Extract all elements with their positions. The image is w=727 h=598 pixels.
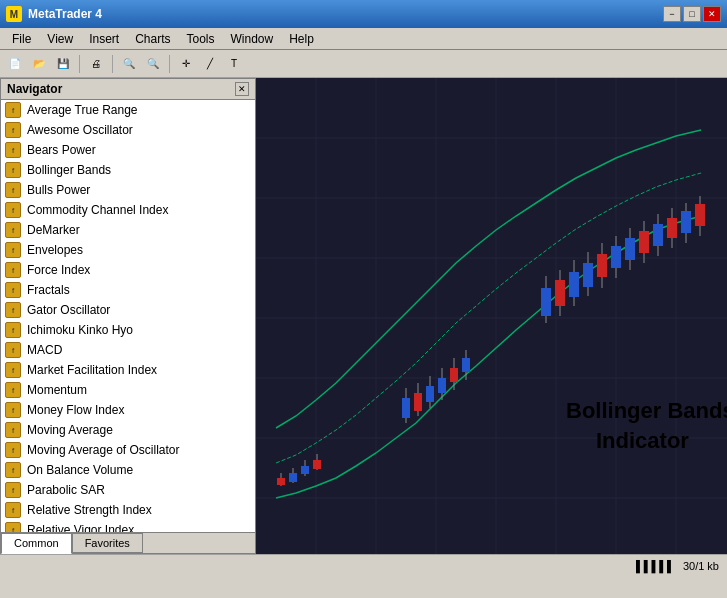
- nav-item[interactable]: fMarket Facilitation Index: [1, 360, 255, 380]
- nav-item[interactable]: fBears Power: [1, 140, 255, 160]
- status-left: [8, 558, 19, 573]
- navigator-header: Navigator ✕: [1, 79, 255, 100]
- maximize-button[interactable]: □: [683, 6, 701, 22]
- indicator-icon: f: [5, 222, 21, 238]
- nav-item[interactable]: fCommodity Channel Index: [1, 200, 255, 220]
- nav-item[interactable]: fDeMarker: [1, 220, 255, 240]
- indicator-icon: f: [5, 162, 21, 178]
- close-button[interactable]: ✕: [703, 6, 721, 22]
- indicator-icon: f: [5, 102, 21, 118]
- menu-view[interactable]: View: [39, 30, 81, 48]
- indicator-label: Commodity Channel Index: [27, 203, 168, 217]
- indicator-label: Relative Strength Index: [27, 503, 152, 517]
- indicator-icon: f: [5, 502, 21, 518]
- indicator-icon: f: [5, 402, 21, 418]
- svg-text:Bollinger Bands: Bollinger Bands: [566, 398, 727, 423]
- indicator-icon: f: [5, 482, 21, 498]
- nav-item[interactable]: fMoving Average of Oscillator: [1, 440, 255, 460]
- navigator-panel: Navigator ✕ fAverage True RangefAwesome …: [0, 78, 256, 554]
- indicator-label: Money Flow Index: [27, 403, 124, 417]
- indicator-label: Parabolic SAR: [27, 483, 105, 497]
- svg-rect-18: [289, 473, 297, 482]
- chart-area[interactable]: Bollinger Bands Indicator: [256, 78, 727, 554]
- indicator-label: Gator Oscillator: [27, 303, 110, 317]
- indicator-label: Bulls Power: [27, 183, 90, 197]
- nav-item[interactable]: fBollinger Bands: [1, 160, 255, 180]
- title-bar-buttons: − □ ✕: [663, 6, 721, 22]
- navigator-tabs: Common Favorites: [1, 532, 255, 553]
- indicator-icon: f: [5, 442, 21, 458]
- nav-item[interactable]: fMomentum: [1, 380, 255, 400]
- toolbar: 📄 📂 💾 🖨 🔍 🔍 ✛ ╱ T: [0, 50, 727, 78]
- tab-favorites[interactable]: Favorites: [72, 533, 143, 553]
- toolbar-line[interactable]: ╱: [199, 53, 221, 75]
- toolbar-sep-1: [79, 55, 80, 73]
- svg-rect-44: [597, 254, 607, 277]
- toolbar-zoom-in[interactable]: 🔍: [118, 53, 140, 75]
- toolbar-save[interactable]: 💾: [52, 53, 74, 75]
- nav-item[interactable]: fRelative Vigor Index: [1, 520, 255, 532]
- chart-svg: Bollinger Bands Indicator: [256, 78, 727, 554]
- toolbar-crosshair[interactable]: ✛: [175, 53, 197, 75]
- nav-item[interactable]: fBulls Power: [1, 180, 255, 200]
- indicator-label: Fractals: [27, 283, 70, 297]
- status-tabs: [8, 558, 19, 573]
- toolbar-sep-2: [112, 55, 113, 73]
- indicator-icon: f: [5, 142, 21, 158]
- indicator-icon: f: [5, 382, 21, 398]
- menu-help[interactable]: Help: [281, 30, 322, 48]
- nav-item[interactable]: fOn Balance Volume: [1, 460, 255, 480]
- toolbar-sep-3: [169, 55, 170, 73]
- main-content: Navigator ✕ fAverage True RangefAwesome …: [0, 78, 727, 554]
- status-indicator: ▌▌▌▌▌: [636, 560, 675, 572]
- toolbar-zoom-out[interactable]: 🔍: [142, 53, 164, 75]
- nav-item[interactable]: fGator Oscillator: [1, 300, 255, 320]
- menu-window[interactable]: Window: [223, 30, 282, 48]
- indicator-icon: f: [5, 522, 21, 532]
- indicator-label: DeMarker: [27, 223, 80, 237]
- indicator-icon: f: [5, 322, 21, 338]
- svg-rect-56: [681, 211, 691, 233]
- svg-rect-50: [639, 231, 649, 253]
- nav-item[interactable]: fForce Index: [1, 260, 255, 280]
- toolbar-new[interactable]: 📄: [4, 53, 26, 75]
- indicator-label: Market Facilitation Index: [27, 363, 157, 377]
- indicator-icon: f: [5, 182, 21, 198]
- svg-rect-26: [414, 393, 422, 411]
- menu-tools[interactable]: Tools: [179, 30, 223, 48]
- nav-item[interactable]: fRelative Strength Index: [1, 500, 255, 520]
- nav-item[interactable]: fIchimoku Kinko Hyo: [1, 320, 255, 340]
- toolbar-text[interactable]: T: [223, 53, 245, 75]
- svg-text:Indicator: Indicator: [596, 428, 689, 453]
- toolbar-open[interactable]: 📂: [28, 53, 50, 75]
- nav-item[interactable]: fFractals: [1, 280, 255, 300]
- indicator-label: MACD: [27, 343, 62, 357]
- indicator-icon: f: [5, 202, 21, 218]
- menu-file[interactable]: File: [4, 30, 39, 48]
- navigator-close-button[interactable]: ✕: [235, 82, 249, 96]
- nav-item[interactable]: fParabolic SAR: [1, 480, 255, 500]
- nav-item[interactable]: fMoney Flow Index: [1, 400, 255, 420]
- menu-insert[interactable]: Insert: [81, 30, 127, 48]
- navigator-list[interactable]: fAverage True RangefAwesome OscillatorfB…: [1, 100, 255, 532]
- nav-item[interactable]: fMoving Average: [1, 420, 255, 440]
- nav-item[interactable]: fEnvelopes: [1, 240, 255, 260]
- nav-item[interactable]: fMACD: [1, 340, 255, 360]
- indicator-icon: f: [5, 242, 21, 258]
- tab-common[interactable]: Common: [1, 533, 72, 554]
- toolbar-print[interactable]: 🖨: [85, 53, 107, 75]
- svg-rect-0: [256, 78, 727, 554]
- nav-item[interactable]: fAverage True Range: [1, 100, 255, 120]
- title-bar-left: M MetaTrader 4: [6, 6, 102, 22]
- svg-rect-52: [653, 224, 663, 246]
- indicator-label: Force Index: [27, 263, 90, 277]
- status-info: 30/1 kb: [683, 560, 719, 572]
- status-right: ▌▌▌▌▌ 30/1 kb: [636, 560, 719, 572]
- svg-rect-58: [695, 204, 705, 226]
- svg-rect-34: [462, 358, 470, 372]
- svg-rect-28: [426, 386, 434, 402]
- minimize-button[interactable]: −: [663, 6, 681, 22]
- nav-item[interactable]: fAwesome Oscillator: [1, 120, 255, 140]
- svg-rect-32: [450, 368, 458, 382]
- menu-charts[interactable]: Charts: [127, 30, 178, 48]
